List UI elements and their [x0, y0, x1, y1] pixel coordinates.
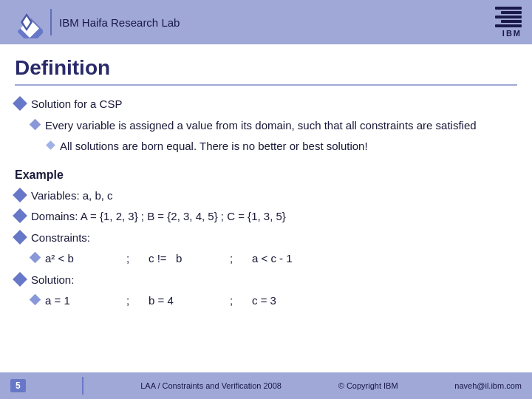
example-section: Example Variables: a, b, c Domains: A = … [15, 168, 517, 310]
variables-label: Variables: [31, 189, 80, 202]
constraint-1: a² < b [45, 250, 126, 267]
bullet-every-variable: Every variable is assigned a value from … [31, 117, 517, 134]
header-left: IBM Haifa Research Lab [10, 6, 180, 38]
solution-row: Solution: [15, 272, 517, 289]
diamond-icon-level0 [13, 96, 27, 111]
diamond-icon-variables [13, 188, 27, 202]
bullet-text-every-variable: Every variable is assigned a value from … [45, 117, 477, 134]
ibm-logo-bar-1 [495, 7, 522, 10]
diamond-icon-level1 [30, 118, 41, 130]
ibm-diamond-logo [10, 6, 43, 38]
slide-number: 5 [10, 379, 26, 392]
constraints-detail-row: a² < b ; c != b ; a < c - 1 [31, 250, 517, 267]
footer-center-text: LAA / Constraints and Verification 2008 [140, 381, 282, 390]
constraint-3: a < c - 1 [252, 250, 293, 267]
ibm-logo-bar-4 [501, 20, 522, 23]
bullet-solution-csp: Solution for a CSP [15, 96, 517, 113]
ibm-logo-bar-5 [495, 24, 522, 27]
header-divider [50, 9, 52, 35]
variables-text: Variables: a, b, c [31, 188, 113, 205]
bullet-text-solution-csp: Solution for a CSP [31, 96, 122, 113]
variables-value: a, b, c [83, 189, 113, 202]
bullet-all-solutions: All solutions are born equal. There is n… [47, 138, 517, 155]
diamond-icon-domains [13, 208, 27, 223]
constraints-detail-text: a² < b ; c != b ; a < c - 1 [45, 250, 293, 267]
ibm-logo-bar-3 [495, 16, 522, 18]
section-title: Definition [15, 56, 517, 86]
footer-email: naveh@il.ibm.com [454, 381, 522, 390]
diamond-icon-constraints [13, 230, 27, 245]
constraint-sep-1: ; [126, 250, 149, 267]
bullet-text-all-solutions: All solutions are born equal. There is n… [60, 138, 368, 155]
sol-a: a = 1 [45, 293, 126, 310]
sol-sep-1: ; [126, 293, 149, 310]
solution-values-row: a = 1 ; b = 4 ; c = 3 [31, 293, 517, 310]
domains-label: Domains: [31, 210, 78, 222]
footer-divider-left [82, 377, 83, 395]
diamond-icon-solution [13, 272, 27, 287]
variables-row: Variables: a, b, c [15, 188, 517, 205]
sol-c: c = 3 [252, 293, 276, 310]
solution-label: Solution: [31, 272, 74, 289]
solution-values-text: a = 1 ; b = 4 ; c = 3 [45, 293, 276, 310]
footer-copyright: © Copyright IBM [338, 381, 398, 390]
diamond-icon-level2 [46, 140, 55, 150]
constraint-2: c != b [149, 250, 230, 267]
domains-value: A = {1, 2, 3} ; B = {2, 3, 4, 5} ; C = {… [81, 210, 286, 222]
header-title: IBM Haifa Research Lab [59, 16, 180, 29]
diamond-icon-constraints-detail [30, 252, 41, 264]
diamond-icon-solution-values [30, 294, 41, 306]
domains-text: Domains: A = {1, 2, 3} ; B = {2, 3, 4, 5… [31, 208, 286, 225]
footer: 5 LAA / Constraints and Verification 200… [0, 372, 532, 399]
constraints-label: Constraints: [31, 230, 90, 247]
ibm-logo: IBM [495, 7, 522, 38]
domains-row: Domains: A = {1, 2, 3} ; B = {2, 3, 4, 5… [15, 208, 517, 225]
constraint-sep-2: ; [230, 250, 252, 267]
header: IBM Haifa Research Lab IBM [0, 0, 532, 44]
ibm-logo-bar-2 [501, 11, 522, 14]
ibm-text: IBM [502, 29, 522, 38]
constraints-row: Constraints: [15, 230, 517, 247]
sol-b: b = 4 [149, 293, 230, 310]
sol-sep-2: ; [230, 293, 252, 310]
main-content: Definition Solution for a CSP Every vari… [0, 44, 532, 321]
example-label: Example [15, 168, 517, 182]
